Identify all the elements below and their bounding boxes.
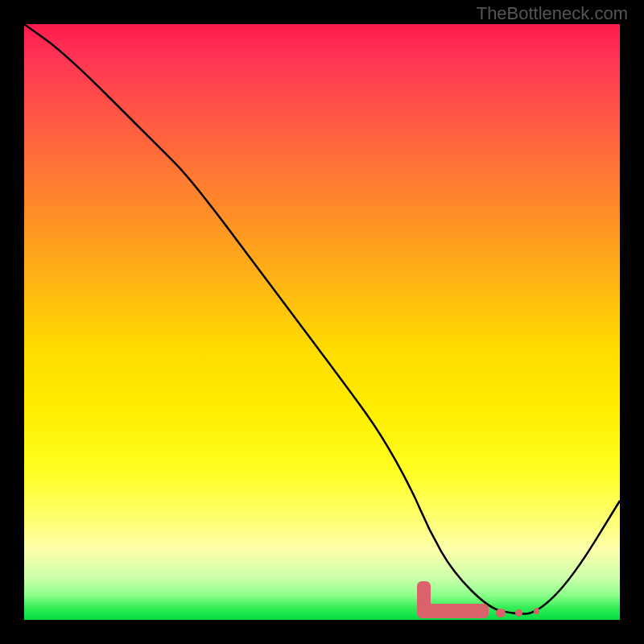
bottleneck-dot-1 [496, 609, 505, 617]
watermark-text: TheBottleneck.com [477, 3, 628, 24]
bottleneck-dot-2 [515, 609, 522, 617]
chart-svg [24, 24, 620, 620]
chart-plot-area [24, 24, 620, 620]
bottleneck-zone-main [417, 604, 489, 619]
bottleneck-curve-line [24, 24, 620, 614]
bottleneck-dot-3 [534, 608, 539, 613]
